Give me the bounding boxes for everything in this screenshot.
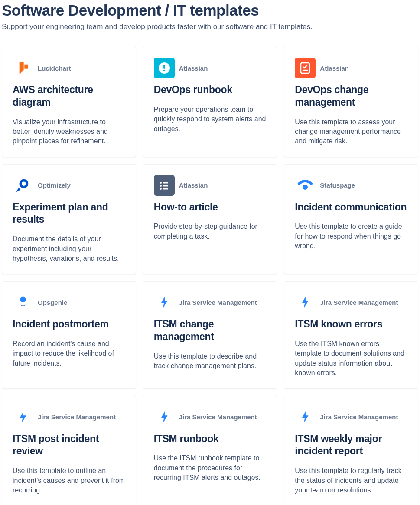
card-title: DevOps runbook: [154, 84, 267, 96]
card-description: Use the ITSM known errors template to do…: [295, 339, 407, 378]
svg-point-13: [303, 185, 308, 190]
card-header: Jira Service Management: [154, 407, 267, 427]
card-header: Jira Service Management: [295, 407, 407, 427]
card-header: Atlassian: [154, 175, 267, 196]
card-description: Document the details of your experiment …: [13, 234, 125, 263]
card-description: Use this template to regularly track the…: [295, 466, 407, 495]
vendor-label: Opsgenie: [38, 299, 67, 306]
jsm-icon: [295, 292, 316, 313]
card-title: ITSM change management: [154, 318, 267, 343]
vendor-label: Jira Service Management: [179, 413, 257, 421]
card-title: How-to article: [154, 201, 267, 214]
card-description: Use this template to describe and track …: [154, 352, 267, 371]
card-description: Record an incident's cause and impact to…: [13, 339, 125, 368]
optimizely-icon: [13, 175, 33, 196]
jsm-icon: [154, 407, 175, 427]
card-header: Optimizely: [13, 175, 125, 196]
card-header: Opsgenie: [13, 292, 125, 313]
vendor-label: Atlassian: [179, 65, 208, 72]
svg-point-7: [160, 182, 162, 184]
statuspage-icon: [295, 175, 316, 196]
card-title: Experiment plan and results: [13, 201, 125, 226]
template-card-itsm-weekly-major-incident-report[interactable]: Jira Service ManagementITSM weekly major…: [284, 396, 418, 505]
template-grid: LucidchartAWS architecture diagramVisual…: [2, 47, 418, 505]
svg-point-9: [160, 185, 162, 187]
template-card-devops-runbook[interactable]: AtlassianDevOps runbookPrepare your oper…: [143, 47, 277, 157]
card-description: Use this template to assess your change …: [295, 117, 407, 146]
page-subtitle: Support your engineering team and develo…: [2, 23, 418, 31]
svg-rect-1: [163, 65, 165, 69]
card-title: Incident communication: [295, 201, 407, 214]
svg-point-11: [160, 188, 162, 190]
card-title: ITSM runbook: [154, 433, 267, 445]
card-description: Provide step-by-step guidance for comple…: [154, 222, 267, 241]
vendor-label: Lucidchart: [38, 65, 71, 72]
svg-rect-8: [163, 182, 168, 183]
vendor-label: Jira Service Management: [179, 299, 257, 306]
card-header: Lucidchart: [13, 58, 125, 78]
template-card-itsm-change-management[interactable]: Jira Service ManagementITSM change manag…: [143, 281, 277, 388]
vendor-label: Optimizely: [38, 181, 71, 189]
template-card-itsm-runbook[interactable]: Jira Service ManagementITSM runbookUse t…: [143, 396, 277, 505]
exclaim-icon: [154, 58, 175, 78]
svg-point-2: [163, 70, 165, 72]
template-card-devops-change-management[interactable]: AtlassianDevOps change managementUse thi…: [284, 47, 418, 157]
card-description: Use this template to outline an incident…: [13, 466, 125, 495]
svg-rect-10: [163, 185, 168, 186]
template-card-itsm-post-incident-review[interactable]: Jira Service ManagementITSM post inciden…: [2, 396, 136, 505]
vendor-label: Statuspage: [320, 181, 355, 189]
svg-rect-12: [163, 188, 168, 189]
template-card-aws-architecture-diagram[interactable]: LucidchartAWS architecture diagramVisual…: [2, 47, 136, 157]
svg-rect-3: [301, 63, 309, 73]
card-description: Visualize your infrastructure to better …: [13, 117, 125, 146]
jsm-icon: [295, 407, 316, 427]
svg-point-14: [20, 297, 26, 303]
opsgenie-icon: [13, 292, 33, 313]
page-title: Software Development / IT templates: [2, 2, 418, 19]
template-card-incident-postmortem[interactable]: OpsgenieIncident postmortemRecord an inc…: [2, 281, 136, 388]
vendor-label: Jira Service Management: [320, 299, 398, 306]
card-description: Use the ITSM runbook template to documen…: [154, 453, 267, 482]
card-title: AWS architecture diagram: [13, 84, 125, 109]
vendor-label: Atlassian: [320, 65, 349, 72]
card-title: ITSM post incident review: [13, 433, 125, 458]
card-header: Atlassian: [154, 58, 267, 78]
card-header: Jira Service Management: [295, 292, 407, 313]
card-header: Jira Service Management: [13, 407, 125, 427]
card-description: Use this template to create a guide for …: [295, 222, 407, 251]
list-gray-icon: [154, 175, 175, 196]
lucidchart-icon: [13, 58, 33, 78]
template-card-how-to-article[interactable]: AtlassianHow-to articleProvide step-by-s…: [143, 164, 277, 275]
template-card-incident-communication[interactable]: StatuspageIncident communicationUse this…: [284, 164, 418, 275]
template-card-experiment-plan-and-results[interactable]: OptimizelyExperiment plan and resultsDoc…: [2, 164, 136, 275]
jsm-icon: [154, 292, 175, 313]
card-header: Jira Service Management: [154, 292, 267, 313]
checklist-red-icon: [295, 58, 316, 78]
card-title: Incident postmortem: [13, 318, 125, 330]
card-title: ITSM weekly major incident report: [295, 433, 407, 458]
card-title: DevOps change management: [295, 84, 407, 109]
template-card-itsm-known-errors[interactable]: Jira Service ManagementITSM known errors…: [284, 281, 418, 388]
vendor-label: Jira Service Management: [320, 413, 398, 421]
svg-point-6: [22, 181, 26, 186]
card-title: ITSM known errors: [295, 318, 407, 330]
card-header: Atlassian: [295, 58, 407, 78]
card-header: Statuspage: [295, 175, 407, 196]
vendor-label: Atlassian: [179, 181, 208, 189]
jsm-icon: [13, 407, 33, 427]
card-description: Prepare your operations team to quickly …: [154, 105, 267, 134]
vendor-label: Jira Service Management: [38, 413, 116, 421]
